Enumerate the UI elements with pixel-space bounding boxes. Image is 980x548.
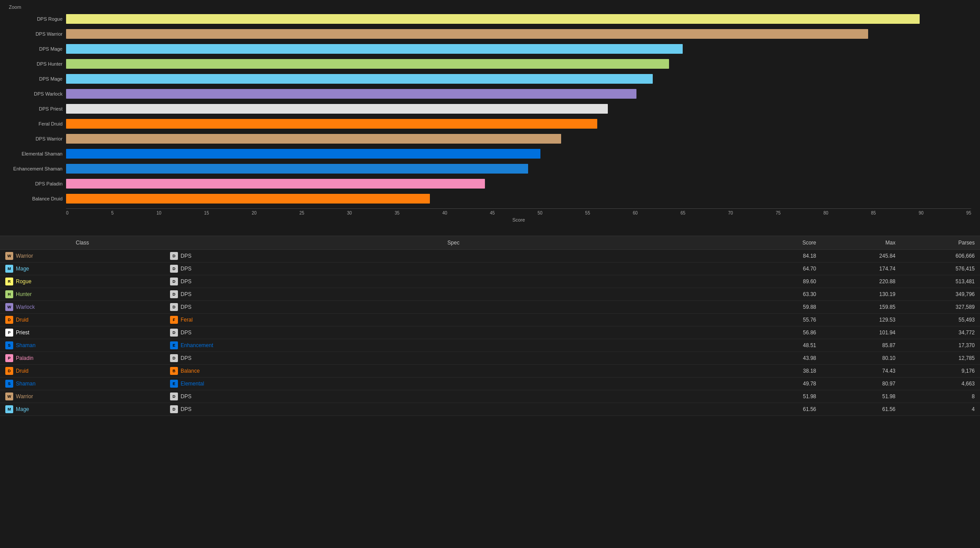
- bar-label: DPS Warlock: [9, 91, 66, 96]
- bar-fill: [66, 104, 608, 114]
- score-cell: 56.86: [742, 326, 821, 339]
- parses-cell: 55,493: [901, 314, 980, 326]
- bar-fill: [66, 89, 636, 99]
- chart-row: Elemental Shaman: [9, 147, 971, 161]
- bar-label: DPS Rogue: [9, 16, 66, 22]
- data-table: Class Spec Score Max Parses WWarriorDDPS…: [0, 236, 980, 416]
- class-cell: WWarlock: [0, 301, 165, 314]
- score-cell: 84.18: [742, 250, 821, 263]
- bar-area: [66, 149, 971, 159]
- x-tick: 15: [204, 211, 209, 215]
- bar-label: DPS Mage: [9, 46, 66, 52]
- col-parses: Parses: [901, 236, 980, 250]
- spec-icon: D: [170, 354, 178, 362]
- bars-area: DPS RogueDPS WarriorDPS MageDPS HunterDP…: [9, 12, 971, 207]
- spec-cell: EElemental: [165, 378, 742, 390]
- class-cell: WWarrior: [0, 250, 165, 263]
- class-icon: P: [5, 354, 13, 362]
- class-icon: M: [5, 405, 13, 413]
- bar-label: Enhancement Shaman: [9, 166, 66, 171]
- x-tick: 65: [680, 211, 685, 215]
- class-name: Paladin: [16, 355, 33, 361]
- spec-icon: F: [170, 316, 178, 324]
- parses-cell: 9,176: [901, 365, 980, 378]
- spec-icon: D: [170, 278, 178, 285]
- table-row[interactable]: PPriestDDPS56.86101.9434,772: [0, 326, 980, 339]
- chart-row: DPS Hunter: [9, 57, 971, 71]
- parses-cell: 12,785: [901, 352, 980, 365]
- bar-area: [66, 164, 971, 174]
- max-cell: 220.88: [821, 275, 901, 288]
- bar-area: [66, 59, 971, 69]
- spec-cell: FFeral: [165, 314, 742, 326]
- max-cell: 51.98: [821, 390, 901, 403]
- class-cell: HHunter: [0, 288, 165, 301]
- table-row[interactable]: WWarriorDDPS51.9851.988: [0, 390, 980, 403]
- spec-icon: D: [170, 252, 178, 260]
- spec-icon: E: [170, 380, 178, 388]
- spec-icon: D: [170, 290, 178, 298]
- x-tick: 95: [966, 211, 971, 215]
- bar-fill: [66, 119, 597, 129]
- class-cell: SShaman: [0, 339, 165, 352]
- class-icon: M: [5, 265, 13, 273]
- x-tick: 30: [347, 211, 352, 215]
- spec-cell: DDPS: [165, 275, 742, 288]
- bar-label: DPS Mage: [9, 76, 66, 81]
- chart-row: DPS Warrior: [9, 27, 971, 41]
- x-tick: 85: [871, 211, 876, 215]
- table-row[interactable]: HHunterDDPS63.30130.19349,796: [0, 288, 980, 301]
- spec-icon: D: [170, 329, 178, 337]
- max-cell: 129.53: [821, 314, 901, 326]
- max-cell: 74.43: [821, 365, 901, 378]
- class-name: Shaman: [16, 381, 36, 387]
- table-row[interactable]: PPaladinDDPS43.9880.1012,785: [0, 352, 980, 365]
- table-row[interactable]: RRogueDDPS89.60220.88513,481: [0, 275, 980, 288]
- table-row[interactable]: MMageDDPS61.5661.564: [0, 403, 980, 416]
- chart-row: DPS Mage: [9, 72, 971, 86]
- bar-fill: [66, 14, 920, 24]
- table-row[interactable]: WWarriorDDPS84.18245.84606,666: [0, 250, 980, 263]
- table-row[interactable]: WWarlockDDPS59.88159.85327,589: [0, 301, 980, 314]
- class-icon: D: [5, 316, 13, 324]
- class-icon: D: [5, 367, 13, 375]
- table-row[interactable]: DDruidFFeral55.76129.5355,493: [0, 314, 980, 326]
- score-cell: 61.56: [742, 403, 821, 416]
- spec-name: DPS: [181, 278, 192, 285]
- table-row[interactable]: DDruidBBalance38.1874.439,176: [0, 365, 980, 378]
- spec-name: DPS: [181, 253, 192, 259]
- spec-cell: DDPS: [165, 263, 742, 275]
- bar-area: [66, 104, 971, 114]
- score-cell: 59.88: [742, 301, 821, 314]
- zoom-label: Zoom: [9, 4, 971, 10]
- chart-row: Balance Druid: [9, 192, 971, 206]
- table-row[interactable]: MMageDDPS64.70174.74576,415: [0, 263, 980, 275]
- chart-row: DPS Paladin: [9, 177, 971, 191]
- parses-cell: 17,370: [901, 339, 980, 352]
- spec-name: DPS: [181, 406, 192, 412]
- spec-name: DPS: [181, 304, 192, 310]
- class-name: Priest: [16, 330, 30, 336]
- bar-label: DPS Paladin: [9, 181, 66, 186]
- spec-cell: DDPS: [165, 288, 742, 301]
- chart-row: DPS Rogue: [9, 12, 971, 26]
- class-icon: R: [5, 278, 13, 285]
- spec-cell: DDPS: [165, 326, 742, 339]
- table-row[interactable]: SShamanEEnhancement48.5185.8717,370: [0, 339, 980, 352]
- class-icon: W: [5, 392, 13, 400]
- x-axis-label: Score: [66, 217, 971, 222]
- col-spec: Spec: [165, 236, 742, 250]
- spec-cell: DDPS: [165, 403, 742, 416]
- bar-area: [66, 14, 971, 24]
- chart-row: DPS Warrior: [9, 132, 971, 146]
- x-tick: 0: [66, 211, 69, 215]
- spec-icon: B: [170, 367, 178, 375]
- bar-label: Elemental Shaman: [9, 151, 66, 156]
- class-name: Rogue: [16, 278, 31, 285]
- max-cell: 130.19: [821, 288, 901, 301]
- class-cell: WWarrior: [0, 390, 165, 403]
- max-cell: 80.10: [821, 352, 901, 365]
- spec-name: DPS: [181, 355, 192, 361]
- class-cell: RRogue: [0, 275, 165, 288]
- table-row[interactable]: SShamanEElemental49.7880.974,663: [0, 378, 980, 390]
